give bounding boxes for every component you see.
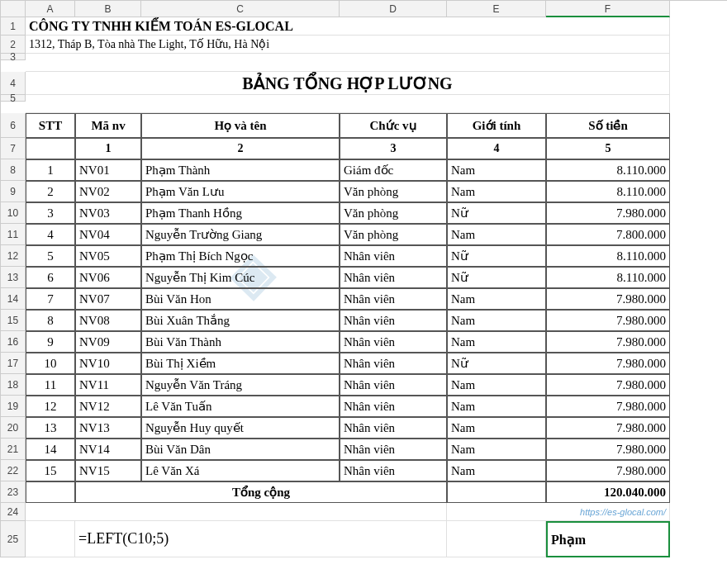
cell-gt-14[interactable]: Nam (447, 288, 546, 310)
cell-stt-17[interactable]: 10 (26, 353, 75, 374)
cell-ten-18[interactable]: Nguyễn Văn Tráng (141, 374, 340, 396)
cell-tien-9[interactable]: 8.110.000 (546, 181, 670, 202)
row-header-10[interactable]: 10 (1, 202, 26, 224)
th-manv[interactable]: Mã nv (75, 113, 141, 138)
row-header-9[interactable]: 9 (1, 181, 26, 202)
row-header-25[interactable]: 25 (1, 521, 26, 557)
cell-tien-18[interactable]: 7.980.000 (546, 374, 670, 396)
cell-gt-18[interactable]: Nam (447, 374, 546, 396)
company-address[interactable]: 1312, Tháp B, Tòa nhà The Light, Tố Hữu,… (26, 36, 670, 54)
row-header-1[interactable]: 1 (1, 17, 26, 36)
cell-cv-13[interactable]: Nhân viên (340, 267, 447, 288)
cell-cv-8[interactable]: Giám đốc (340, 159, 447, 181)
row-header-19[interactable]: 19 (1, 396, 26, 417)
cell-manv-18[interactable]: NV11 (75, 374, 141, 396)
url-note[interactable]: https://es-glocal.com/ (447, 503, 670, 521)
formula-cell[interactable]: =LEFT(C10;5) (75, 521, 447, 557)
cell-manv-11[interactable]: NV04 (75, 224, 141, 245)
cell-gt-11[interactable]: Nam (447, 224, 546, 245)
th-stt[interactable]: STT (26, 113, 75, 138)
cell-ten-17[interactable]: Bùi Thị Xiềm (141, 353, 340, 374)
cell-blank-24[interactable] (26, 503, 447, 521)
row-header-18[interactable]: 18 (1, 374, 26, 396)
cell-ten-20[interactable]: Nguyễn Huy quyết (141, 417, 340, 439)
cell-manv-17[interactable]: NV10 (75, 353, 141, 374)
cell-manv-14[interactable]: NV07 (75, 288, 141, 310)
cell-manv-12[interactable]: NV05 (75, 245, 141, 267)
cell-ten-8[interactable]: Phạm Thành (141, 159, 340, 181)
cell-cv-18[interactable]: Nhân viên (340, 374, 447, 396)
cell-gt-22[interactable]: Nam (447, 460, 546, 481)
row-header-7[interactable]: 7 (1, 138, 26, 159)
cell-cv-15[interactable]: Nhân viên (340, 310, 447, 331)
cell-cv-11[interactable]: Văn phòng (340, 224, 447, 245)
cell-tien-17[interactable]: 7.980.000 (546, 353, 670, 374)
col-header-E[interactable]: E (447, 1, 546, 17)
cell-ten-12[interactable]: Phạm Thị Bích Ngọc (141, 245, 340, 267)
col-header-F[interactable]: F (546, 1, 670, 17)
cell-manv-9[interactable]: NV02 (75, 181, 141, 202)
cell-ten-15[interactable]: Bùi Xuân Thắng (141, 310, 340, 331)
company-name[interactable]: CÔNG TY TNHH KIỂM TOÁN ES-GLOCAL (26, 17, 670, 36)
cell-gt-10[interactable]: Nữ (447, 202, 546, 224)
thn-b[interactable]: 1 (75, 138, 141, 159)
cell-tien-21[interactable]: 7.980.000 (546, 439, 670, 460)
cell-gt-13[interactable]: Nữ (447, 267, 546, 288)
th-chucvu[interactable]: Chức vụ (340, 113, 447, 138)
cell-tien-16[interactable]: 7.980.000 (546, 331, 670, 353)
thn-a[interactable] (26, 138, 75, 159)
total-value[interactable]: 120.040.000 (546, 481, 670, 503)
cell-stt-8[interactable]: 1 (26, 159, 75, 181)
cell-cv-22[interactable]: Nhân viên (340, 460, 447, 481)
total-blank-e[interactable] (447, 481, 546, 503)
row-header-16[interactable]: 16 (1, 331, 26, 353)
th-hovaten[interactable]: Họ và tên (141, 113, 340, 138)
row-header-5[interactable]: 5 (1, 95, 26, 102)
row-header-22[interactable]: 22 (1, 460, 26, 481)
cell-tien-8[interactable]: 8.110.000 (546, 159, 670, 181)
cell-cv-14[interactable]: Nhân viên (340, 288, 447, 310)
cell-stt-22[interactable]: 15 (26, 460, 75, 481)
cell-cv-12[interactable]: Nhân viên (340, 245, 447, 267)
cell-ten-9[interactable]: Phạm Văn Lưu (141, 181, 340, 202)
row-header-3[interactable]: 3 (1, 54, 26, 60)
total-label[interactable]: Tổng cộng (75, 481, 447, 503)
cell-tien-15[interactable]: 7.980.000 (546, 310, 670, 331)
cell-ten-22[interactable]: Lê Văn Xá (141, 460, 340, 481)
cell-cv-19[interactable]: Nhân viên (340, 396, 447, 417)
cell-E25[interactable] (447, 521, 546, 557)
cell-cv-17[interactable]: Nhân viên (340, 353, 447, 374)
cell-stt-19[interactable]: 12 (26, 396, 75, 417)
cell-blank-3[interactable] (26, 54, 670, 72)
cell-stt-10[interactable]: 3 (26, 202, 75, 224)
row-header-15[interactable]: 15 (1, 310, 26, 331)
cell-ten-10[interactable]: Phạm Thanh Hồng (141, 202, 340, 224)
thn-f[interactable]: 5 (546, 138, 670, 159)
cell-gt-21[interactable]: Nam (447, 439, 546, 460)
cell-gt-20[interactable]: Nam (447, 417, 546, 439)
cell-cv-20[interactable]: Nhân viên (340, 417, 447, 439)
cell-tien-10[interactable]: 7.980.000 (546, 202, 670, 224)
cell-manv-8[interactable]: NV01 (75, 159, 141, 181)
sheet-title[interactable]: BẢNG TỔNG HỢP LƯƠNG (26, 72, 670, 95)
cell-stt-16[interactable]: 9 (26, 331, 75, 353)
row-header-24[interactable]: 24 (1, 503, 26, 521)
row-header-17[interactable]: 17 (1, 353, 26, 374)
cell-tien-20[interactable]: 7.980.000 (546, 417, 670, 439)
cell-tien-14[interactable]: 7.980.000 (546, 288, 670, 310)
cell-manv-22[interactable]: NV15 (75, 460, 141, 481)
cell-ten-11[interactable]: Nguyễn Trường Giang (141, 224, 340, 245)
cell-manv-16[interactable]: NV09 (75, 331, 141, 353)
cell-tien-12[interactable]: 8.110.000 (546, 245, 670, 267)
active-cell-F25[interactable]: Phạm (546, 521, 670, 557)
cell-gt-12[interactable]: Nữ (447, 245, 546, 267)
cell-stt-9[interactable]: 2 (26, 181, 75, 202)
cell-manv-10[interactable]: NV03 (75, 202, 141, 224)
cell-stt-18[interactable]: 11 (26, 374, 75, 396)
cell-ten-19[interactable]: Lê Văn Tuấn (141, 396, 340, 417)
cell-stt-13[interactable]: 6 (26, 267, 75, 288)
cell-manv-13[interactable]: NV06 (75, 267, 141, 288)
col-header-B[interactable]: B (75, 1, 141, 17)
row-header-20[interactable]: 20 (1, 417, 26, 439)
cell-ten-13[interactable]: Nguyễn Thị Kim Cúc (141, 267, 340, 288)
